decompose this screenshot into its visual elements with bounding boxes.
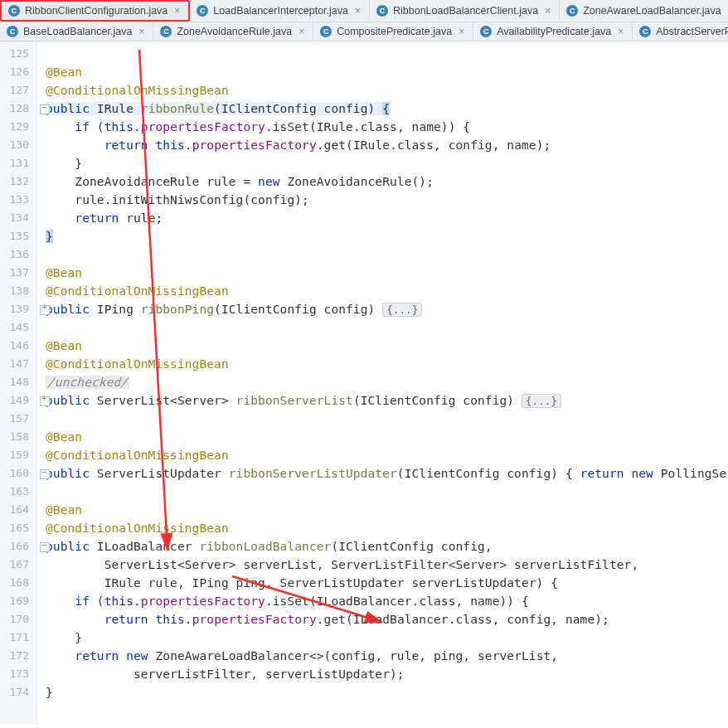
code-line[interactable]: @ConditionalOnMissingBean xyxy=(46,282,728,300)
java-class-icon: C xyxy=(566,5,578,17)
editor-tab[interactable]: CAbstractServerP× xyxy=(633,22,728,41)
line-number: 134 xyxy=(3,209,29,227)
code-line[interactable]: rule.initWithNiwsConfig(config); xyxy=(46,191,728,209)
code-editor[interactable]: 1251261271281291301311321331341351361371… xyxy=(0,41,728,725)
code-line[interactable]: public ServerListUpdater ribbonServerLis… xyxy=(46,464,728,483)
line-number: 169 xyxy=(3,592,29,610)
line-number: 131 xyxy=(3,154,29,172)
code-line[interactable]: return this.propertiesFactory.get(IRule.… xyxy=(46,136,728,154)
code-line[interactable]: return this.propertiesFactory.get(ILoadB… xyxy=(46,610,728,629)
line-number: 160 xyxy=(3,464,29,483)
line-number: 165 xyxy=(3,519,29,537)
code-line[interactable]: serverListFilter, serverListUpdater); xyxy=(46,665,728,683)
tab-label: RibbonLoadBalancerClient.java xyxy=(393,5,538,17)
java-class-icon: C xyxy=(376,5,388,17)
code-line[interactable]: if (this.propertiesFactory.isSet(IRule.c… xyxy=(46,118,728,136)
code-line[interactable]: @Bean xyxy=(46,63,728,81)
close-icon[interactable]: × xyxy=(459,26,464,37)
line-number: 129 xyxy=(3,118,29,136)
line-number: 168 xyxy=(3,574,29,592)
java-class-icon: C xyxy=(160,26,172,37)
line-number: 126 xyxy=(3,63,29,81)
line-number: 158 xyxy=(3,428,29,446)
close-icon[interactable]: × xyxy=(174,5,180,17)
editor-tab[interactable]: CRibbonClientConfiguration.java× xyxy=(0,0,190,22)
code-line[interactable]: } xyxy=(46,683,728,701)
code-line[interactable]: public IRule ribbonRule(IClientConfig co… xyxy=(46,99,728,118)
code-line[interactable] xyxy=(46,483,728,501)
code-line[interactable]: /unchecked/ xyxy=(46,373,728,391)
java-class-icon: C xyxy=(480,26,492,37)
close-icon[interactable]: × xyxy=(138,26,144,37)
tab-bar: CRibbonClientConfiguration.java×CLoadBal… xyxy=(0,0,728,41)
line-number: 136 xyxy=(3,245,29,264)
code-line[interactable] xyxy=(46,245,728,264)
line-number: 127 xyxy=(3,81,29,99)
code-line[interactable]: @Bean xyxy=(46,337,728,355)
java-class-icon: C xyxy=(8,5,20,17)
editor-tab[interactable]: CLoadBalancerInterceptor.java× xyxy=(190,0,370,22)
code-line[interactable]: } xyxy=(46,629,728,647)
close-icon[interactable]: × xyxy=(618,26,624,37)
code-line[interactable]: ZoneAvoidanceRule rule = new ZoneAvoidan… xyxy=(46,172,728,191)
code-line[interactable]: @ConditionalOnMissingBean xyxy=(46,81,728,99)
code-line[interactable]: public ILoadBalancer ribbonLoadBalancer(… xyxy=(46,537,728,556)
editor-tab[interactable]: CCompositePredicate.java× xyxy=(313,22,473,41)
code-line[interactable]: IRule rule, IPing ping, ServerListUpdate… xyxy=(46,574,728,592)
editor-tab[interactable]: CZoneAwareLoadBalancer.java× xyxy=(560,0,728,22)
line-number: 163 xyxy=(3,483,29,501)
line-number: 137 xyxy=(3,264,29,282)
close-icon[interactable]: × xyxy=(355,5,361,17)
line-number: 130 xyxy=(3,136,29,154)
line-number: 148 xyxy=(3,373,29,391)
tab-label: ZoneAwareLoadBalancer.java xyxy=(583,5,721,17)
editor-tab[interactable]: CZoneAvoidanceRule.java× xyxy=(153,22,313,41)
editor-tab[interactable]: CRibbonLoadBalancerClient.java× xyxy=(370,0,560,22)
line-number: 138 xyxy=(3,282,29,300)
line-number: 157 xyxy=(3,410,29,428)
line-number: 132 xyxy=(3,172,29,191)
line-number: 128 xyxy=(3,99,29,118)
tab-label: RibbonClientConfiguration.java xyxy=(25,5,167,17)
editor-tab[interactable]: CAvailabilityPredicate.java× xyxy=(473,22,633,41)
line-number: 135 xyxy=(3,227,29,245)
code-line[interactable]: @ConditionalOnMissingBean xyxy=(46,355,728,373)
code-line[interactable]: @ConditionalOnMissingBean xyxy=(46,519,728,537)
code-line[interactable]: @Bean xyxy=(46,264,728,282)
code-area[interactable]: @Bean@ConditionalOnMissingBeanpublic IRu… xyxy=(37,41,728,725)
code-line[interactable]: return rule; xyxy=(46,209,728,227)
line-number: 170 xyxy=(3,610,29,629)
line-number: 159 xyxy=(3,446,29,464)
code-line[interactable]: public IPing ribbonPing(IClientConfig co… xyxy=(46,300,728,318)
line-number: 172 xyxy=(3,647,29,665)
code-line[interactable] xyxy=(46,410,728,428)
code-line[interactable]: return new ZoneAwareLoadBalancer<>(confi… xyxy=(46,647,728,665)
line-number: 167 xyxy=(3,556,29,574)
line-number: 125 xyxy=(3,45,29,63)
close-icon[interactable]: × xyxy=(298,26,304,37)
line-number: 145 xyxy=(3,318,29,337)
code-line[interactable]: public ServerList<Server> ribbonServerLi… xyxy=(46,391,728,410)
code-line[interactable]: @Bean xyxy=(46,501,728,519)
tab-label: ZoneAvoidanceRule.java xyxy=(177,26,292,37)
code-line[interactable] xyxy=(46,45,728,63)
java-class-icon: C xyxy=(639,26,651,37)
line-number: 171 xyxy=(3,629,29,647)
code-line[interactable]: @ConditionalOnMissingBean xyxy=(46,446,728,464)
code-line[interactable]: ServerList<Server> serverList, ServerLis… xyxy=(46,556,728,574)
java-class-icon: C xyxy=(7,26,18,37)
code-line[interactable]: @Bean xyxy=(46,428,728,446)
code-line[interactable]: } xyxy=(46,154,728,172)
code-line[interactable] xyxy=(46,701,728,720)
close-icon[interactable]: × xyxy=(545,5,551,17)
line-number: 173 xyxy=(3,665,29,683)
line-number: 174 xyxy=(3,683,29,701)
editor-tab[interactable]: CBaseLoadBalancer.java× xyxy=(0,22,153,41)
line-number: 147 xyxy=(3,355,29,373)
code-line[interactable]: if (this.propertiesFactory.isSet(ILoadBa… xyxy=(46,592,728,610)
tab-label: LoadBalancerInterceptor.java xyxy=(213,5,348,17)
code-line[interactable]: } xyxy=(46,227,728,245)
tab-label: AbstractServerP xyxy=(656,26,728,37)
code-line[interactable] xyxy=(46,318,728,337)
line-number: 166 xyxy=(3,537,29,556)
